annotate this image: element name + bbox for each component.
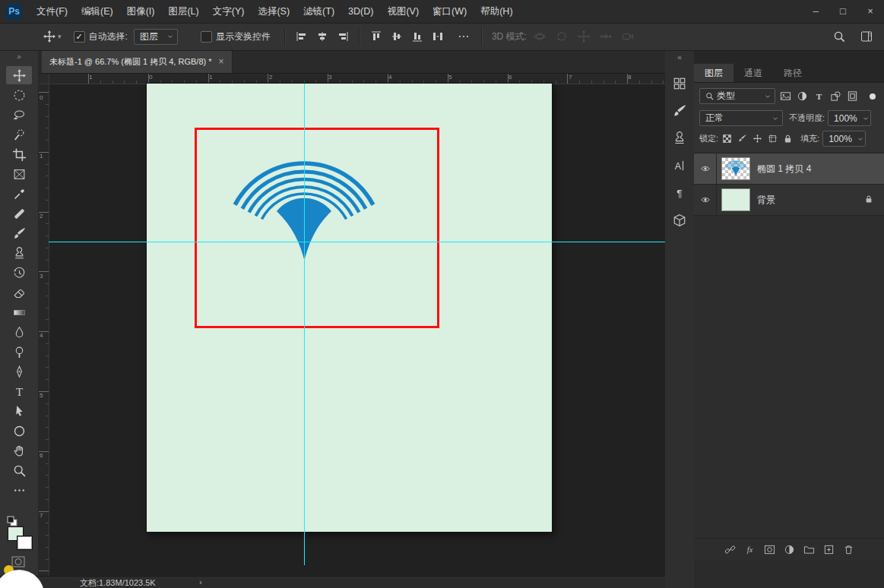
tool-quick-selection[interactable] [6,125,32,144]
clone-source-icon[interactable] [665,125,694,152]
lock-pixels-icon[interactable] [736,132,749,145]
window-minimize-button[interactable]: – [802,0,829,23]
panel-tab-图层[interactable]: 图层 [694,64,733,82]
show-transform-checkbox[interactable] [201,31,212,43]
auto-select-target-dropdown[interactable]: 图层 [134,29,178,45]
tool-blur[interactable] [6,323,32,341]
tool-brush[interactable] [6,224,32,242]
tool-clone-stamp[interactable] [6,244,32,262]
character-panel-icon[interactable]: A [665,152,694,179]
opacity-dropdown[interactable]: 100% [828,110,871,126]
ruler-left[interactable]: 01234567 [38,84,49,576]
quick-mask-icon[interactable] [11,556,25,567]
blend-mode-dropdown[interactable]: 正常 [699,110,783,126]
background-color-swatch[interactable] [17,536,32,549]
lock-position-icon[interactable] [751,132,764,145]
window-close-button[interactable]: × [857,0,884,23]
dock-expand-chevrons[interactable]: « [665,50,694,70]
horizontal-guide[interactable] [49,242,665,242]
layer-row-1[interactable]: 椭圆 1 拷贝 4 [694,153,884,185]
pan-3d-icon[interactable] [577,30,591,43]
orbit-3d-icon[interactable] [533,30,547,43]
align-top-icon[interactable] [369,30,383,43]
distribute-h-icon[interactable] [431,30,445,43]
tool-history-brush[interactable] [6,264,32,282]
panel-tab-通道[interactable]: 通道 [733,64,773,82]
layer-visibility-toggle[interactable] [694,153,717,184]
menu-item-选择(S)[interactable]: 选择(S) [251,0,296,23]
lock-all-icon[interactable] [781,132,794,145]
menu-item-文字(Y)[interactable]: 文字(Y) [206,0,252,23]
filter-shape-icon[interactable] [829,90,842,103]
align-left-icon[interactable] [295,30,309,43]
menu-item-3D(D)[interactable]: 3D(D) [341,0,380,23]
trash-icon[interactable] [838,542,858,557]
document-tab[interactable]: 未标题-1 @ 66.7% (椭圆 1 拷贝 4, RGB/8) * × [42,50,233,73]
paragraph-panel-icon[interactable]: ¶ [665,179,694,207]
tool-move[interactable] [6,66,32,84]
link-icon[interactable] [720,542,740,557]
tool-elliptical-marquee[interactable] [6,86,32,104]
filter-toggle[interactable] [870,93,876,100]
filter-smart-icon[interactable] [845,90,859,103]
tool-crop[interactable] [6,145,32,163]
panel-grid-icon[interactable] [665,70,694,97]
mask-icon[interactable] [759,542,779,557]
3d-panel-icon[interactable] [665,207,694,234]
fill-dropdown[interactable]: 100% [822,131,866,147]
lock-transparent-icon[interactable] [721,132,733,145]
menu-item-图像(I)[interactable]: 图像(I) [120,0,162,23]
red-rectangle[interactable] [195,128,439,328]
layer-thumbnail[interactable] [721,157,750,180]
tool-more-tools[interactable] [6,481,32,499]
window-maximize-button[interactable]: □ [829,0,857,23]
tool-preset-caret[interactable]: ▾ [58,33,62,40]
tool-path-selection[interactable] [6,402,32,420]
tool-eyedropper[interactable] [6,185,32,203]
tool-pen[interactable] [6,362,32,381]
menu-item-窗口(W)[interactable]: 窗口(W) [426,0,474,23]
new-layer-icon[interactable] [819,542,838,557]
panel-tab-路径[interactable]: 路径 [773,64,813,82]
tool-healing[interactable] [6,204,32,223]
camera-3d-icon[interactable] [621,30,635,43]
menu-item-编辑(E)[interactable]: 编辑(E) [74,0,120,23]
tool-ellipse-shape[interactable] [6,422,32,440]
filter-type-icon[interactable]: T [812,90,825,103]
tool-gradient[interactable] [6,303,32,321]
adjustment-icon[interactable] [779,542,799,557]
menu-item-文件(F)[interactable]: 文件(F) [30,0,74,23]
tool-type[interactable]: T [6,382,32,400]
filter-pixel-icon[interactable] [778,90,792,103]
workspace-switcher-icon[interactable] [860,30,873,43]
folder-icon[interactable] [799,542,819,557]
menu-item-帮助(H)[interactable]: 帮助(H) [474,0,519,23]
tool-zoom[interactable] [6,461,32,479]
tool-frame[interactable] [6,165,32,183]
status-chevron-icon[interactable]: › [199,577,202,586]
search-icon[interactable] [832,30,846,43]
more-options-icon[interactable] [457,30,471,43]
align-middle-icon[interactable] [390,30,404,43]
align-center-h-icon[interactable] [315,30,329,43]
menu-item-视图(V)[interactable]: 视图(V) [380,0,426,23]
default-colors-icon[interactable] [6,515,18,527]
align-bottom-icon[interactable] [410,30,424,43]
roll-3d-icon[interactable] [555,30,569,43]
menu-item-图层(L)[interactable]: 图层(L) [161,0,205,23]
align-right-icon[interactable] [336,30,350,43]
move-icon[interactable] [43,30,56,43]
menu-item-滤镜(T)[interactable]: 滤镜(T) [296,0,341,23]
vertical-guide[interactable] [304,84,305,565]
auto-select-checkbox[interactable]: ✓ [74,31,85,43]
tool-hand[interactable] [6,441,32,460]
tool-eraser[interactable] [6,283,32,302]
fx-icon[interactable]: fx [740,542,759,557]
toolbox-collapse-chevrons[interactable]: » [0,50,38,65]
slide-3d-icon[interactable] [599,30,613,43]
tool-lasso[interactable] [6,106,32,124]
brush-panel-icon[interactable] [665,97,694,125]
tool-dodge[interactable] [6,343,32,361]
layer-thumbnail[interactable] [721,188,750,211]
layer-row-2[interactable]: 背景 [694,185,884,216]
